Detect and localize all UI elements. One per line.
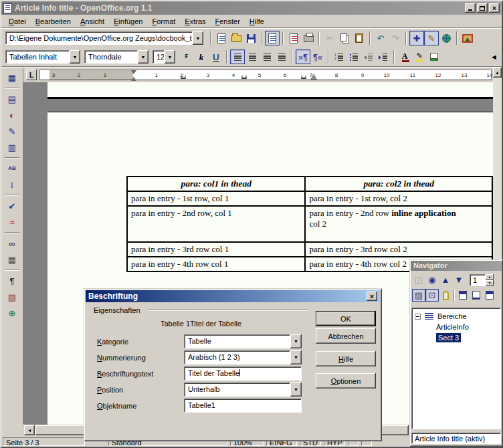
header-button[interactable] <box>456 289 470 302</box>
scroll-up-button[interactable]: ▲ <box>493 68 502 78</box>
horizontal-ruler[interactable]: 3211234567891011121314 <box>39 70 492 80</box>
content-view-button[interactable]: ⊡ <box>425 289 439 302</box>
text-direction-ttb-button[interactable]: ¶« <box>310 49 325 64</box>
tab-stop-marker[interactable] <box>181 76 186 79</box>
copy-button[interactable] <box>337 31 352 45</box>
insert-table-button[interactable]: ▦ <box>3 70 21 86</box>
options-button[interactable]: Optionen <box>316 373 376 388</box>
menu-hilfe[interactable]: Hilfe <box>245 16 269 27</box>
spin-up-icon[interactable]: ▲ <box>486 274 494 280</box>
table-cell[interactable]: para in entry - 3rd row col 1 <box>127 242 305 257</box>
menu-extras[interactable]: Extras <box>180 16 210 27</box>
font-size-combo[interactable]: 12 ▼ <box>153 50 175 64</box>
navigator-document-list[interactable]: Article Info title (aktiv) <box>411 433 501 444</box>
scroll-left-button[interactable]: ◄ <box>24 425 35 435</box>
kategorie-value[interactable]: Tabelle <box>184 334 290 348</box>
auto-spellcheck-button[interactable]: ≈ <box>3 214 21 230</box>
navigator-title-bar[interactable]: Navigator <box>411 261 502 271</box>
undo-button[interactable]: ↶ <box>373 31 388 45</box>
spinner-arrows[interactable]: ▲▼ <box>486 274 494 286</box>
help-button[interactable]: Hilfe <box>316 351 376 366</box>
paragraph-style-combo[interactable]: Tabellen Inhalt ▼ <box>5 50 80 64</box>
menu-fenster[interactable]: Fenster <box>211 16 245 27</box>
toolbar-overflow-arrow[interactable]: ◄ <box>490 53 498 61</box>
bullet-list-button[interactable] <box>346 49 361 64</box>
tab-stop-marker[interactable] <box>242 76 247 79</box>
data-sources-button[interactable]: ▦ <box>3 251 21 267</box>
tree-item-sect3[interactable]: Sect 3 <box>413 332 499 343</box>
paragraph-background-button[interactable] <box>427 49 441 64</box>
set-reminder-button[interactable] <box>439 289 452 302</box>
anchor-text-button[interactable] <box>483 289 496 302</box>
tab-stop-marker[interactable] <box>302 76 306 79</box>
page-spinner[interactable]: 1 ▲▼ <box>470 274 494 286</box>
nummerierung-dropdown-button[interactable]: ▼ <box>290 350 302 364</box>
table-header-cell[interactable]: para: col2 in thead <box>305 177 492 191</box>
font-name-combo[interactable]: Thorndale ▼ <box>84 50 148 64</box>
hyperlink-bar-button[interactable] <box>439 31 454 45</box>
kategorie-combo[interactable]: Tabelle ▼ <box>184 334 302 348</box>
font-size-value[interactable]: 12 <box>153 50 165 64</box>
nummerierung-combo[interactable]: Arabisch (1 2 3) ▼ <box>184 350 302 364</box>
maximize-button[interactable] <box>477 3 488 13</box>
navigator-button[interactable]: ✚ <box>409 31 424 45</box>
nummerierung-value[interactable]: Arabisch (1 2 3) <box>184 350 290 364</box>
tree-item-label[interactable]: ArticleInfo <box>436 323 469 331</box>
objektname-input[interactable]: Tabelle1 <box>184 399 302 413</box>
dialog-close-button[interactable]: × <box>367 292 377 301</box>
table-cell[interactable]: para in entry - 1st row, col 2 <box>305 191 492 206</box>
list-box-toggle-button[interactable]: ▨ <box>412 289 425 302</box>
table-cell[interactable]: para in entry - 1st row, col 1 <box>127 191 305 206</box>
insert-fields-button[interactable]: ▤ <box>3 91 21 107</box>
load-url-value[interactable]: D:\Eigene Dokumente\OpenOffice.org Zeugs… <box>5 31 193 45</box>
cancel-button[interactable]: Abbrechen <box>316 328 376 344</box>
edit-file-button[interactable] <box>265 31 280 45</box>
page-spinner-value[interactable]: 1 <box>470 274 486 286</box>
font-color-button[interactable]: A <box>397 49 412 64</box>
print-button[interactable] <box>301 31 316 45</box>
italic-button[interactable]: k <box>194 49 209 64</box>
position-combo[interactable]: Unterhalb ▼ <box>184 382 302 397</box>
save-button[interactable] <box>243 31 258 45</box>
previous-marker-button[interactable]: ▲ <box>439 273 452 286</box>
align-left-button[interactable] <box>230 49 245 64</box>
menu-einfuegen[interactable]: Einfügen <box>109 16 147 27</box>
collapse-icon[interactable] <box>415 314 421 320</box>
position-value[interactable]: Unterhalb <box>184 382 290 397</box>
nonprinting-characters-button[interactable]: ¶ <box>3 273 21 289</box>
insert-object-button[interactable]: ◐ <box>3 107 21 123</box>
highlight-button[interactable]: ✎ <box>412 49 427 64</box>
menu-datei[interactable]: Datei <box>4 16 31 27</box>
paragraph-style-value[interactable]: Tabellen Inhalt <box>5 50 70 64</box>
ok-button[interactable]: OK <box>316 311 376 326</box>
online-layout-button[interactable]: ⊕ <box>3 305 21 321</box>
minimize-button[interactable] <box>465 3 476 13</box>
tree-item-bereiche[interactable]: Bereiche <box>413 311 499 322</box>
bold-button[interactable]: F <box>179 49 194 64</box>
menu-bearbeiten[interactable]: Bearbeiten <box>31 16 76 27</box>
autotext-button[interactable]: AB <box>3 160 21 177</box>
underline-button[interactable]: U <box>209 49 223 64</box>
navigator-window[interactable]: Navigator ◫◉▲▼ 1 ▲▼ ▨⊡ Bereiche ArticleI… <box>409 259 503 447</box>
close-button[interactable]: × <box>489 3 500 13</box>
navigation-button[interactable]: ◉ <box>425 273 439 286</box>
tree-item-label[interactable]: Bereiche <box>437 312 466 320</box>
document-table[interactable]: para: col1 in thead para: col2 in thead … <box>126 176 493 272</box>
menu-format[interactable]: Format <box>147 16 180 27</box>
table-cell[interactable]: para in entry - 2nd row inline applicati… <box>305 206 492 242</box>
beschriftungstext-value[interactable]: Titel der Tabelle <box>184 366 302 380</box>
font-dropdown-button[interactable]: ▼ <box>138 50 148 64</box>
table-cell[interactable]: para in entry - 3rd row col 2 <box>305 242 492 257</box>
beschriftungstext-input[interactable]: Titel der Tabelle <box>184 366 302 380</box>
gallery-button[interactable] <box>460 31 475 45</box>
draw-functions-button[interactable]: ✎ <box>3 123 21 139</box>
position-dropdown-button[interactable]: ▼ <box>290 382 302 397</box>
table-cell[interactable]: para in entry - 2nd row, col 1 <box>127 206 305 242</box>
dialog-title-bar[interactable]: Beschriftung × <box>86 290 380 302</box>
footer-button[interactable] <box>470 289 483 302</box>
open-button[interactable] <box>229 31 243 45</box>
tab-selector-button[interactable]: L <box>26 70 37 80</box>
next-marker-button[interactable]: ▼ <box>452 273 466 286</box>
new-document-button[interactable] <box>214 31 229 45</box>
table-cell[interactable]: para in entry - 4th row col 1 <box>127 257 305 271</box>
